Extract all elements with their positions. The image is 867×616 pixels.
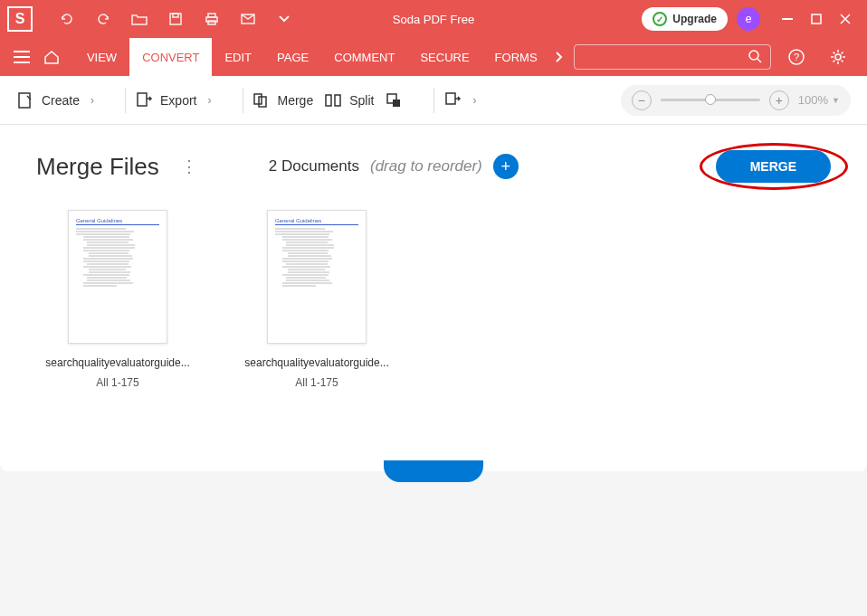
document-name: searchqualityevaluatorguide... (244, 356, 389, 369)
tab-comment[interactable]: COMMENT (321, 38, 407, 76)
gear-icon[interactable] (822, 41, 854, 73)
undo-icon[interactable] (58, 10, 76, 28)
minimize-button[interactable] (773, 5, 802, 33)
tool-split[interactable]: Split (324, 91, 374, 109)
merge-label: Merge (278, 93, 314, 108)
svg-rect-17 (335, 95, 340, 106)
document-grid: General Guidelines searchqualityevaluato… (36, 210, 831, 389)
document-count: 2 Documents (269, 157, 359, 175)
close-button[interactable] (831, 5, 860, 33)
create-label: Create (42, 93, 80, 108)
titlebar: S Soda PDF Free ✓ Upgrade e (0, 0, 867, 38)
export-label: Export (160, 93, 196, 108)
tool-export[interactable]: Export › (135, 91, 211, 109)
ribbon-toolbar: Create › Export › Merge Split › − (0, 76, 867, 125)
tab-view[interactable]: VIEW (74, 38, 129, 76)
document-thumbnail[interactable]: General Guidelines (267, 210, 367, 344)
app-logo: S (7, 6, 33, 32)
avatar[interactable]: e (737, 7, 760, 31)
svg-text:?: ? (794, 52, 799, 62)
tab-edit[interactable]: EDIT (212, 38, 264, 76)
divider (125, 88, 126, 113)
document-range: All 1-175 (244, 376, 389, 389)
zoom-out-button[interactable]: − (632, 90, 652, 110)
kebab-menu-icon[interactable]: ⋮ (181, 156, 196, 176)
mail-icon[interactable] (239, 10, 257, 28)
export-icon (135, 91, 153, 109)
tool-batch[interactable]: › (443, 91, 476, 109)
tab-secure[interactable]: SECURE (407, 38, 481, 76)
help-icon[interactable]: ? (780, 41, 813, 73)
home-icon[interactable] (36, 41, 65, 73)
window-title: Soda PDF Free (393, 13, 474, 26)
menubar: VIEW CONVERT EDIT PAGE COMMENT SECURE FO… (0, 38, 867, 76)
svg-rect-13 (138, 93, 147, 106)
document-range: All 1-175 (45, 376, 190, 389)
crop-icon (385, 91, 403, 109)
upgrade-button[interactable]: ✓ Upgrade (642, 7, 728, 31)
batch-icon (443, 91, 462, 109)
chevron-right-icon: › (91, 94, 94, 107)
zoom-percent[interactable]: 100% ▼ (798, 93, 840, 107)
zoom-control: − + 100% ▼ (621, 85, 851, 116)
chevron-right-icon: › (208, 94, 212, 107)
redo-icon[interactable] (94, 10, 112, 28)
svg-rect-19 (393, 100, 400, 107)
bottom-handle[interactable] (384, 460, 483, 482)
add-document-button[interactable]: + (493, 154, 519, 179)
search-icon (748, 50, 763, 64)
save-icon[interactable] (167, 10, 185, 28)
svg-rect-4 (208, 21, 215, 24)
open-icon[interactable] (130, 10, 148, 28)
split-label: Split (349, 93, 374, 108)
drag-hint: (drag to reorder) (370, 157, 482, 175)
split-icon (324, 91, 342, 109)
svg-rect-7 (812, 14, 821, 24)
tool-create[interactable]: Create › (16, 91, 94, 109)
upgrade-label: Upgrade (672, 13, 717, 25)
svg-rect-12 (19, 93, 30, 108)
svg-rect-14 (254, 94, 262, 104)
workspace-header: Merge Files ⋮ 2 Documents (drag to reord… (36, 150, 831, 183)
svg-point-8 (749, 51, 758, 60)
tabs-overflow-chevron-icon[interactable] (545, 41, 574, 73)
tool-merge[interactable]: Merge (252, 91, 314, 109)
tab-forms[interactable]: FORMS (482, 38, 550, 76)
page-title: Merge Files (36, 153, 159, 181)
zoom-slider[interactable] (661, 99, 760, 101)
divider (434, 88, 434, 113)
chevron-down-icon[interactable] (275, 10, 293, 28)
svg-rect-15 (259, 97, 266, 107)
svg-rect-16 (326, 95, 331, 106)
chevron-right-icon: › (472, 94, 476, 107)
svg-rect-20 (446, 93, 455, 104)
merge-button[interactable]: MERGE (716, 150, 831, 183)
merge-icon (252, 91, 271, 109)
tab-page[interactable]: PAGE (264, 38, 321, 76)
svg-rect-0 (170, 14, 181, 24)
svg-rect-6 (782, 18, 793, 20)
merge-workspace: Merge Files ⋮ 2 Documents (drag to reord… (0, 125, 867, 471)
document-name: searchqualityevaluatorguide... (45, 356, 190, 369)
document-card[interactable]: General Guidelines searchqualityevaluato… (244, 210, 389, 389)
hamburger-icon[interactable] (7, 41, 36, 73)
svg-rect-1 (173, 14, 178, 17)
zoom-handle[interactable] (705, 94, 716, 105)
maximize-button[interactable] (802, 5, 831, 33)
zoom-in-button[interactable]: + (769, 90, 789, 110)
check-icon: ✓ (653, 12, 667, 26)
tool-crop[interactable] (385, 91, 403, 109)
divider (243, 88, 243, 113)
svg-point-11 (835, 54, 841, 60)
document-thumbnail[interactable]: General Guidelines (68, 210, 167, 344)
document-card[interactable]: General Guidelines searchqualityevaluato… (45, 210, 190, 389)
tab-convert[interactable]: CONVERT (129, 38, 212, 76)
print-icon[interactable] (203, 10, 221, 28)
create-icon (16, 91, 34, 109)
search-input[interactable] (574, 44, 771, 70)
